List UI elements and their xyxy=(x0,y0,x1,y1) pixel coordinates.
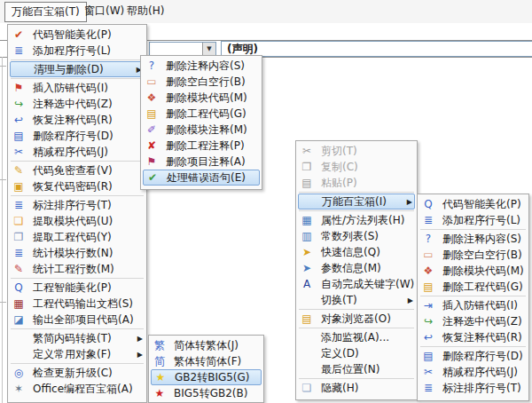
menu-item-add-watch[interactable]: 添加监视(A)... xyxy=(296,329,417,345)
menu-item-delete-comment-content[interactable]: ?删除注释内容(S) xyxy=(141,58,262,74)
menu-item-auto-complete-keyword[interactable]: A自动完成关键字(W) xyxy=(296,276,417,292)
menu-item-big5-to-gb2[interactable]: ★BIG5转GB2(B) xyxy=(149,385,263,401)
menu-item-delete-module-code-2[interactable]: ❖删除模块代码(M) xyxy=(418,263,528,279)
magnifier-icon: Q xyxy=(11,280,27,296)
label: 最后位置(N) xyxy=(321,362,379,377)
menu-item-mark-sort-line-numbers[interactable]: ≣标注排序行号(T) xyxy=(8,197,146,213)
uncomment-icon: ↩ xyxy=(11,112,27,128)
menu-item-add-line-numbers-2[interactable]: ≣添加程序行号(L) xyxy=(418,212,528,228)
menu-item-quick-info[interactable]: ➤快速信息(Q) xyxy=(296,244,417,260)
menu-item-extract-module-code[interactable]: ❏提取模块代码(U) xyxy=(8,213,146,229)
menu-item-delete-module-code[interactable]: ❖删除模块代码(M) xyxy=(141,90,262,106)
label: 粘贴(P) xyxy=(321,176,357,191)
label: 常数列表(S) xyxy=(321,229,379,244)
list-icon: ▥ xyxy=(299,228,315,244)
menu-item-insert-error-guard-2[interactable]: ⇥插入防错代码(I) xyxy=(418,297,528,313)
menu-item-delete-blank-lines-2[interactable]: ▭删除空白空行(B) xyxy=(418,247,528,263)
menu-item-delete-comment-content-2[interactable]: ?删除注释内容(S) xyxy=(418,231,528,247)
label: 删除空白空行(B) xyxy=(442,248,522,263)
key-icon: ✎ xyxy=(11,162,27,178)
menu-item-delete-line-numbers-2[interactable]: ▤删除程序行号(D) xyxy=(418,348,528,364)
menu-item-uncomment-code-2[interactable]: ↩恢复注释代码(R) xyxy=(418,329,528,345)
label: 插入防错代码(I) xyxy=(33,81,108,96)
menu-item-delete-project-comments[interactable]: ✘删除工程注释(P) xyxy=(141,138,262,154)
menu-item-last-position[interactable]: 最后位置(N) xyxy=(296,361,417,377)
label: 删除模块注释(M) xyxy=(166,122,247,138)
context-menu-panel: ✂剪切(T) ❐复制(C) ▤粘贴(P) 万能百宝箱(I)▶ ▦属性/方法列表(… xyxy=(295,140,418,400)
menu-item-view-code-no-password[interactable]: ✎代码免密查看(V) xyxy=(8,162,146,178)
menu-item-copy[interactable]: ❐复制(C) xyxy=(296,159,417,175)
label: 简体转繁体(J) xyxy=(174,338,239,353)
red-pen-icon: ✎ xyxy=(11,261,27,277)
menu-item-delete-line-numbers[interactable]: ▤删除程序行号(D) xyxy=(8,128,146,144)
chevron-down-icon[interactable]: ▼ xyxy=(202,43,215,55)
menu-separator xyxy=(11,161,144,162)
window-icon: ❏ xyxy=(299,380,315,396)
menu-item-paste[interactable]: ▤粘贴(P) xyxy=(296,175,417,191)
toolbox-icon: ▤ xyxy=(144,106,160,122)
menu-item-param-info[interactable]: ➤参数信息(M) xyxy=(296,260,417,276)
menubar-item-toolbox[interactable]: 万能百宝箱(T) xyxy=(4,2,87,22)
menu-item-cut[interactable]: ✂剪切(T) xyxy=(296,143,417,159)
menu-item-mark-sort-line-numbers-2[interactable]: ≣标注排序行号(T) xyxy=(418,380,528,396)
menu-item-slim-code[interactable]: ✂精减程序代码(J) xyxy=(8,144,146,160)
cursor-question-icon: ? xyxy=(420,231,436,247)
menu-separator xyxy=(11,278,144,279)
menu-separator xyxy=(299,210,414,211)
label: 定义(D) xyxy=(321,346,359,361)
menu-item-property-method-list[interactable]: ▦属性/方法列表(H) xyxy=(296,212,417,228)
menu-separator xyxy=(299,192,414,193)
menu-item-definition[interactable]: 定义(D) xyxy=(296,345,417,361)
menu-item-define-common-objects[interactable]: 定义常用对象(F)▶ xyxy=(8,346,146,362)
menu-item-slim-code-2[interactable]: ✂精减程序代码(J) xyxy=(418,364,528,380)
menu-item-count-project-lines[interactable]: ✎统计工程行数(M) xyxy=(8,261,146,277)
menu-item-project-smart-beautify[interactable]: Q工程智能美化(P) xyxy=(8,280,146,296)
colored-dots-icon: ❖ xyxy=(144,90,160,106)
menu-item-toolbox[interactable]: 万能百宝箱(I)▶ xyxy=(298,194,415,209)
menu-item-check-update[interactable]: ◎检查更新升级(C) xyxy=(8,365,146,381)
label: 工程智能美化(P) xyxy=(33,281,112,296)
menu-item-export-all-project-code[interactable]: ◪输出全部项目代码(A) xyxy=(8,312,146,328)
label: 标注排序行号(T) xyxy=(33,198,112,213)
menu-item-export-project-code-doc[interactable]: ▦工程代码输出文档(S) xyxy=(8,296,146,312)
object-dropdown[interactable]: ▼ xyxy=(149,42,216,56)
menu-item-extract-project-code[interactable]: ❐提取工程代码(Y) xyxy=(8,229,146,245)
menu-item-insert-error-guard[interactable]: ⚑插入防错代码(I) xyxy=(8,80,146,96)
menu-item-delete-project-code[interactable]: ▤删除工程代码(G) xyxy=(141,106,262,122)
menu-item-cjk-encoding-convert[interactable]: 繁简内码转换(T)▶ xyxy=(8,330,146,346)
menu-item-comment-selected-code-2[interactable]: ↪注释选中代码(Z) xyxy=(418,313,528,329)
menu-item-delete-blank-lines[interactable]: ▭删除空白空行(B) xyxy=(141,74,262,90)
menu-item-delete-project-code-2[interactable]: ▤删除工程代码(G) xyxy=(418,279,528,295)
menu-item-uncomment-code[interactable]: ↩恢复注释代码(R) xyxy=(8,112,146,128)
menu-item-object-browser[interactable]: ▤对象浏览器(O) xyxy=(296,311,417,327)
menu-item-comment-selected-code[interactable]: ↪注释选中代码(Z) xyxy=(8,96,146,112)
procedure-dropdown[interactable]: (声明) xyxy=(221,41,532,57)
label: 属性/方法列表(H) xyxy=(321,213,404,228)
menu-item-gb2-to-big5[interactable]: ★GB2转BIG5(G) xyxy=(151,369,262,385)
menu-separator xyxy=(299,309,414,310)
comment-icon: ↪ xyxy=(11,96,27,112)
list-box-icon: ▤ xyxy=(11,128,27,144)
menu-item-handle-error-statements[interactable]: ✔处理错误语句(E) xyxy=(143,170,260,186)
menu-item-cleanup-and-delete[interactable]: 清理与删除(D)▶ xyxy=(10,61,145,77)
menu-item-simplified-to-traditional[interactable]: 繁简体转繁体(J) xyxy=(149,337,263,353)
menu-item-traditional-to-simplified[interactable]: 简繁体转简体(F) xyxy=(149,353,263,369)
menu-item-constant-list[interactable]: ▥常数列表(S) xyxy=(296,228,417,244)
menu-item-code-smart-beautify[interactable]: ✔代码智能美化(P) xyxy=(8,27,146,43)
menu-separator xyxy=(420,346,526,347)
label: 统计工程行数(M) xyxy=(33,262,114,277)
menu-item-hide[interactable]: ❏隐藏(H) xyxy=(296,380,417,396)
label: 删除注释内容(S) xyxy=(166,59,245,74)
menubar-item-help[interactable]: 帮助(H) xyxy=(121,2,170,20)
label: 删除程序行号(D) xyxy=(442,349,523,364)
menu-item-delete-module-comments[interactable]: ✐删除模块注释(M) xyxy=(141,122,262,138)
menu-item-delete-item-comments[interactable]: ⚑删除项目注释(A) xyxy=(141,154,262,170)
cursor-icon: ➤ xyxy=(299,244,315,260)
menu-item-add-line-numbers[interactable]: ≣添加程序行号(L) xyxy=(8,43,146,59)
menu-item-recover-code-password[interactable]: ▣恢复代码密码(R) xyxy=(8,178,146,194)
letter-a-icon: A xyxy=(299,276,315,292)
menu-item-count-module-lines[interactable]: ≣统计模块行数(N) xyxy=(8,245,146,261)
menu-item-office-toolbox[interactable]: ✶Office编程百宝箱(A) xyxy=(8,381,146,397)
menu-item-code-smart-beautify-2[interactable]: Q代码智能美化(P) xyxy=(418,196,528,212)
menu-item-toggle[interactable]: 切换(T)▶ xyxy=(296,292,417,308)
